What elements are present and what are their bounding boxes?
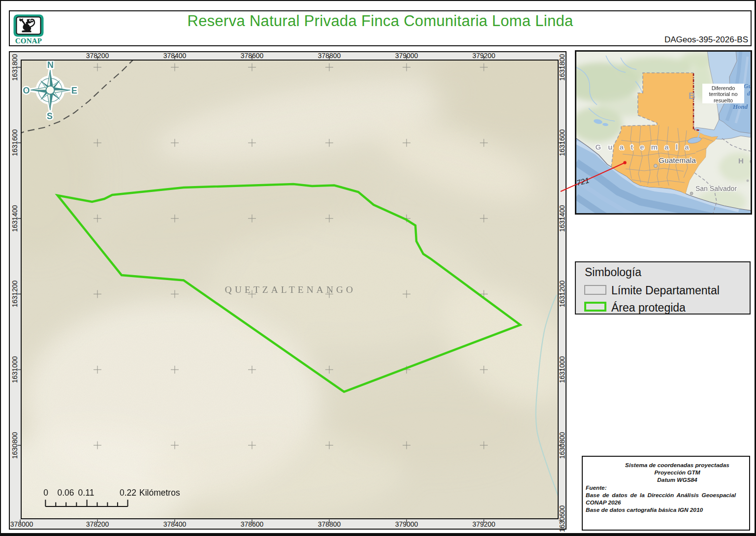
- svg-text:0.22: 0.22: [120, 488, 136, 498]
- svg-text:H o: H o: [738, 157, 751, 165]
- svg-text:O: O: [23, 86, 30, 95]
- svg-text:0: 0: [43, 488, 48, 498]
- svg-text:Hond: Hond: [732, 103, 748, 110]
- svg-text:0.11: 0.11: [78, 488, 94, 498]
- svg-text:Kilómetros: Kilómetros: [139, 488, 180, 498]
- svg-text:B: B: [689, 91, 695, 101]
- svg-text:S: S: [47, 111, 53, 121]
- svg-text:San Salvador: San Salvador: [695, 185, 737, 192]
- svg-text:QUETZALTENANGO: QUETZALTENANGO: [225, 284, 356, 295]
- svg-text:E: E: [71, 86, 77, 95]
- svg-text:Guatemala: Guatemala: [659, 156, 696, 164]
- svg-text:territorial no: territorial no: [709, 91, 737, 97]
- svg-text:N: N: [47, 60, 54, 70]
- svg-text:G u a t e m a l a: G u a t e m a l a: [595, 143, 691, 151]
- svg-text:Diferendo: Diferendo: [712, 85, 735, 91]
- svg-text:resuelto: resuelto: [714, 97, 733, 103]
- svg-text:Gu: Gu: [744, 82, 751, 90]
- svg-text:d: d: [747, 90, 751, 97]
- svg-text:0.06: 0.06: [57, 488, 74, 498]
